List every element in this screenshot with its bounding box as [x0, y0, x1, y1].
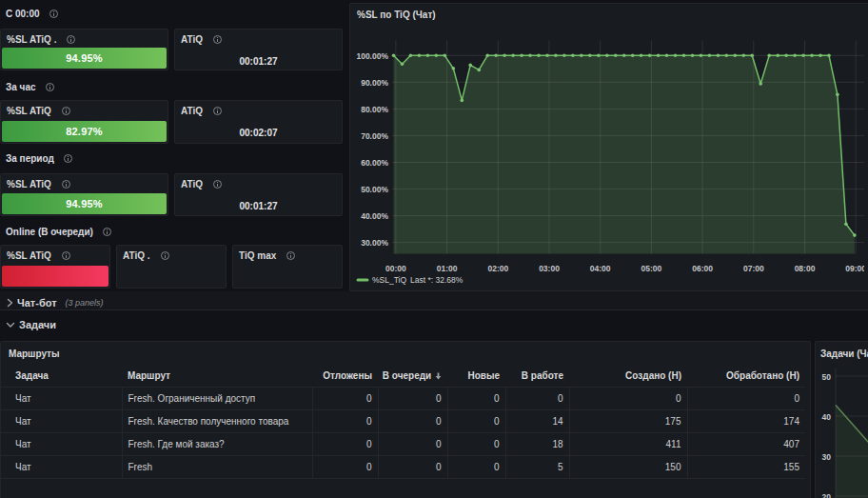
svg-text:Last *: 32.68%: Last *: 32.68%: [410, 275, 464, 285]
svg-text:02:00: 02:00: [487, 264, 508, 273]
svg-text:80.00%: 80.00%: [361, 105, 388, 114]
svg-text:50.00%: 50.00%: [361, 185, 388, 194]
svg-text:%SL_TiQ: %SL_TiQ: [372, 275, 406, 285]
svg-text:03:00: 03:00: [539, 264, 560, 273]
svg-text:04:00: 04:00: [590, 264, 611, 273]
svg-text:09:00: 09:00: [845, 264, 864, 273]
svg-text:07:00: 07:00: [743, 264, 764, 273]
svg-text:40: 40: [822, 412, 832, 422]
svg-text:01:00: 01:00: [437, 264, 458, 273]
svg-text:90.00%: 90.00%: [361, 78, 388, 88]
svg-text:60.00%: 60.00%: [361, 158, 388, 168]
svg-text:50: 50: [822, 372, 832, 382]
svg-text:00:00: 00:00: [385, 264, 406, 273]
svg-text:06:00: 06:00: [692, 264, 713, 273]
svg-text:20: 20: [822, 492, 832, 498]
svg-text:30: 30: [822, 452, 832, 462]
svg-text:05:00: 05:00: [641, 264, 662, 273]
svg-text:70.00%: 70.00%: [361, 131, 388, 141]
svg-text:40.00%: 40.00%: [361, 211, 388, 221]
svg-text:30.00%: 30.00%: [361, 238, 388, 248]
svg-text:100.00%: 100.00%: [356, 51, 388, 61]
svg-text:08:00: 08:00: [795, 264, 816, 273]
